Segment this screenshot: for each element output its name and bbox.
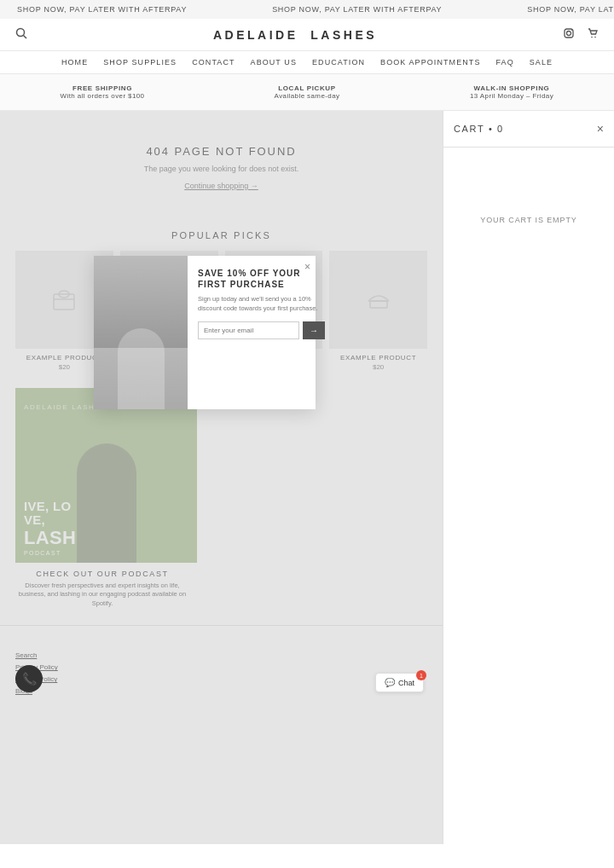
popup-image — [94, 256, 188, 409]
main-content: 404 PAGE NOT FOUND The page you were loo… — [0, 111, 443, 844]
cart-empty-message: YOUR CART IS EMPTY — [443, 148, 614, 292]
logo-suffix: LASHES — [310, 28, 377, 42]
popup-wrapper: × SAVE 10% OFF YOUR FIRST PURCHASE — [94, 256, 316, 409]
svg-point-4 — [571, 30, 572, 31]
svg-point-6 — [594, 37, 596, 38]
search-icon[interactable] — [15, 27, 27, 42]
ticker-bar: SHOP NOW, PAY LATER WITH AFTERPAY SHOP N… — [0, 0, 614, 19]
instagram-icon[interactable] — [563, 27, 575, 42]
ticker-item-3: SHOP NOW, PAY LATER WITH AFTERPAY — [510, 5, 614, 14]
main-wrapper: 404 PAGE NOT FOUND The page you were loo… — [0, 111, 614, 844]
cart-panel: CART • 0 × YOUR CART IS EMPTY — [443, 111, 614, 844]
popup-input-row: → — [198, 321, 325, 339]
svg-point-3 — [567, 32, 571, 36]
info-shipping: FREE SHIPPING With all orders over $100 — [0, 81, 205, 103]
logo-prefix: ADELAIDE — [213, 28, 298, 42]
popup-email-input[interactable] — [198, 321, 299, 339]
dim-overlay — [0, 111, 443, 844]
popup-subtext: Sign up today and we'll send you a 10% d… — [198, 295, 325, 313]
nav-faq[interactable]: FAQ — [495, 58, 513, 67]
svg-point-0 — [17, 29, 25, 37]
nav-sale[interactable]: SALE — [530, 58, 553, 67]
nav-about[interactable]: ABOUT US — [251, 58, 297, 67]
chat-button[interactable]: 💬 Chat 1 — [375, 673, 424, 692]
phone-icon: 📞 — [22, 672, 37, 686]
nav-home[interactable]: HOME — [61, 58, 88, 67]
nav-education[interactable]: EDUCATION — [312, 58, 365, 67]
svg-line-1 — [24, 36, 27, 39]
cart-header: CART • 0 × — [443, 111, 614, 148]
header-icons — [563, 27, 599, 42]
discount-popup: × SAVE 10% OFF YOUR FIRST PURCHASE — [94, 256, 316, 409]
header-logo: ADELAIDE LASHES — [27, 28, 563, 42]
chat-badge: 1 — [416, 670, 426, 680]
phone-button[interactable]: 📞 — [15, 665, 43, 692]
popup-close-button[interactable]: × — [304, 261, 310, 273]
cart-close-button[interactable]: × — [597, 123, 604, 135]
shopify-icon: 💬 — [385, 678, 395, 687]
header-left — [15, 27, 27, 42]
popup-person-bg — [94, 256, 188, 409]
ticker-item-2: SHOP NOW, PAY LATER WITH AFTERPAY — [255, 5, 459, 14]
ticker-item-1: SHOP NOW, PAY LATER WITH AFTERPAY — [0, 5, 204, 14]
nav-shop[interactable]: SHOP SUPPLIES — [103, 58, 177, 67]
cart-title: CART • 0 — [454, 124, 504, 134]
popup-submit-button[interactable]: → — [303, 321, 325, 339]
svg-point-5 — [591, 37, 593, 38]
submit-arrow-icon: → — [310, 326, 318, 335]
popup-form: SAVE 10% OFF YOUR FIRST PURCHASE Sign up… — [188, 256, 335, 409]
nav-contact[interactable]: CONTACT — [192, 58, 235, 67]
info-local: LOCAL PICKUP Available same-day — [205, 81, 409, 103]
main-nav: HOME SHOP SUPPLIES CONTACT ABOUT US EDUC… — [0, 51, 614, 74]
header: ADELAIDE LASHES — [0, 19, 614, 51]
nav-book[interactable]: BOOK APPOINTMENTS — [380, 58, 480, 67]
cart-icon[interactable] — [587, 27, 599, 42]
info-walkin: WALK-IN SHOPPING 13 April Monday – Frida… — [409, 81, 614, 103]
chat-label: Chat — [398, 679, 414, 687]
info-bar: FREE SHIPPING With all orders over $100 … — [0, 74, 614, 111]
